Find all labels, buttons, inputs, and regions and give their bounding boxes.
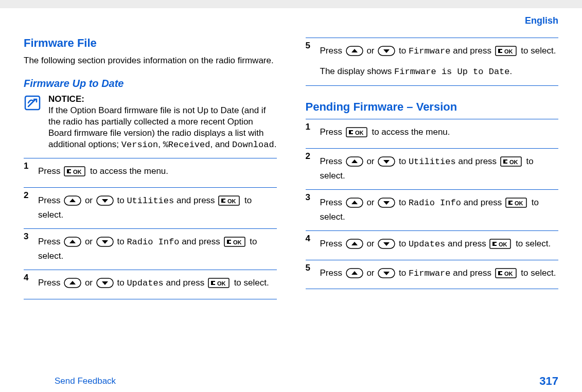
- step-text: to: [115, 278, 127, 288]
- step-text: Press: [320, 239, 345, 248]
- ok-button-icon: [218, 195, 241, 209]
- step-text: Press: [38, 166, 63, 176]
- step-target: Utilities: [127, 196, 174, 206]
- step-item: Press or to Updates and press to select.: [306, 230, 559, 260]
- step-text: and press: [451, 268, 494, 278]
- step-target: Updates: [127, 278, 163, 288]
- notice-body: NOTICE: If the Option Board firmware fil…: [48, 94, 277, 151]
- step-text: Press: [38, 237, 63, 246]
- step-text: and press: [179, 237, 222, 246]
- step-item: Press or to Utilities and press to selec…: [24, 187, 277, 228]
- up-button-icon: [346, 156, 363, 170]
- up-button-icon: [64, 195, 81, 209]
- notice-opt-version: Version: [121, 140, 158, 150]
- ok-button-icon: [346, 127, 368, 141]
- step-text: and press: [445, 239, 488, 248]
- step-text: and press: [164, 278, 207, 288]
- step-item: Press or to Firmware and press to select…: [306, 38, 559, 86]
- left-column: Firmware File The following section prov…: [24, 37, 277, 299]
- ok-button-icon: [208, 278, 231, 292]
- ok-button-icon: [495, 268, 518, 282]
- step-target: Firmware: [409, 269, 451, 278]
- ok-button-icon: [495, 46, 518, 60]
- down-button-icon: [96, 195, 114, 209]
- down-button-icon: [378, 268, 395, 282]
- send-feedback-link[interactable]: Send Feedback: [55, 376, 116, 386]
- step-text: Press: [320, 198, 345, 207]
- step-text: to access the menu.: [369, 127, 450, 137]
- step-text: to: [396, 156, 409, 166]
- step-item: Press or to Radio Info and press to sele…: [24, 228, 277, 270]
- step-item: Press or to Updates and press to select.: [24, 270, 277, 299]
- step-text: and press: [461, 198, 504, 207]
- step-text: Press: [320, 268, 345, 278]
- up-button-icon: [64, 278, 81, 292]
- step-item: Press or to Firmware and press to select…: [306, 260, 559, 290]
- step-text: Press: [38, 278, 63, 288]
- step-text: or: [364, 239, 377, 248]
- step-target: Radio Info: [409, 198, 461, 208]
- notice-title: NOTICE:: [48, 94, 84, 104]
- page-footer: Send Feedback 317: [0, 375, 582, 388]
- step-text: or: [364, 46, 377, 56]
- step-text: or: [82, 278, 95, 288]
- right-column: Press or to Firmware and press to select…: [306, 37, 559, 299]
- ok-button-icon: [64, 166, 86, 180]
- step-item: Press to access the menu.: [24, 158, 277, 187]
- step-text: or: [82, 195, 95, 205]
- down-button-icon: [378, 156, 395, 170]
- notice-end: .: [274, 139, 277, 149]
- step-text: or: [364, 156, 377, 166]
- document-page: English Firmware File The following sect…: [0, 8, 582, 392]
- content-columns: Firmware File The following section prov…: [24, 37, 558, 299]
- language-label: English: [24, 15, 558, 26]
- step-text: and press: [456, 156, 499, 166]
- steps-left: Press to access the menu. Press or to Ut…: [24, 158, 277, 299]
- notice-sep1: ,: [158, 139, 163, 149]
- up-button-icon: [346, 46, 363, 60]
- step-text: or: [82, 237, 95, 246]
- step-text: Press: [320, 156, 345, 166]
- step-text: Press: [38, 195, 63, 205]
- steps-right: Press to access the menu. Press or to Ut…: [306, 119, 559, 290]
- step-text: to select.: [232, 278, 269, 288]
- ok-button-icon: [224, 237, 246, 251]
- step-text: to: [115, 195, 127, 205]
- step-text: and press: [451, 46, 494, 56]
- up-button-icon: [346, 239, 363, 253]
- heading-pending-firmware: Pending Firmware – Version: [306, 100, 559, 114]
- step-text: to select.: [513, 239, 551, 248]
- heading-firmware-file: Firmware File: [24, 37, 277, 50]
- heading-firmware-up-to-date: Firmware Up to Date: [24, 78, 277, 90]
- down-button-icon: [96, 237, 114, 251]
- down-button-icon: [378, 198, 395, 211]
- step-target: Radio Info: [127, 237, 179, 247]
- step-item: Press or to Radio Info and press to sele…: [306, 189, 559, 230]
- steps-right-top: Press or to Firmware and press to select…: [306, 38, 559, 86]
- step-extra-pre: The display shows: [320, 66, 395, 76]
- step-text: to: [396, 268, 409, 278]
- down-button-icon: [378, 239, 395, 253]
- down-button-icon: [96, 278, 114, 292]
- step-text: to select.: [519, 46, 556, 56]
- step-text: to: [396, 46, 409, 56]
- step-text: to: [115, 237, 127, 246]
- step-text: Press: [320, 127, 345, 137]
- step-text: to select.: [519, 268, 556, 278]
- notice-sep2: , and: [210, 139, 232, 149]
- down-button-icon: [378, 46, 395, 60]
- step-text: and press: [174, 195, 217, 205]
- step-text: or: [364, 268, 377, 278]
- notice-opt-download: Download: [232, 140, 274, 150]
- notice-icon: [24, 95, 42, 151]
- step-target: Utilities: [409, 157, 456, 167]
- up-button-icon: [346, 198, 363, 211]
- step-target: Updates: [409, 239, 445, 249]
- step-extra-mono: Firmware is Up to Date: [394, 67, 509, 77]
- page-number: 317: [539, 375, 558, 388]
- ok-button-icon: [505, 198, 528, 211]
- notice-opt-received: %Received: [163, 140, 210, 150]
- step-extra-post: .: [510, 66, 513, 76]
- step-target: Firmware: [409, 46, 451, 56]
- intro-text: The following section provides informati…: [24, 55, 277, 66]
